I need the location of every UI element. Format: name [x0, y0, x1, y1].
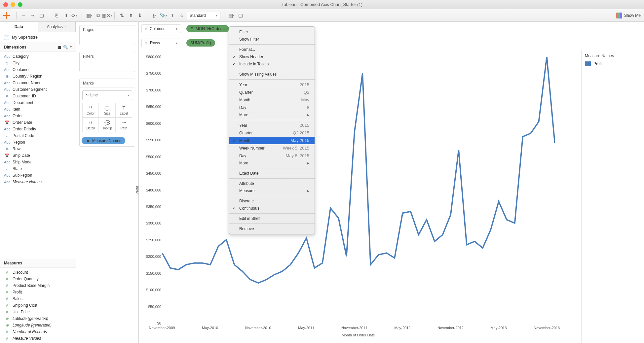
field-item[interactable]: #Customer_ID: [0, 93, 76, 99]
field-item[interactable]: AbcCustomer Name: [0, 80, 76, 86]
menu-item[interactable]: More▶: [229, 159, 315, 167]
zoom-window-button[interactable]: [18, 2, 22, 7]
view-icon[interactable]: ▦: [57, 45, 61, 50]
chart-viz[interactable]: Profit $0$50,000$100,000$150,000$200,000…: [139, 50, 581, 343]
menu-item[interactable]: Filter...: [229, 28, 315, 36]
datasource-row[interactable]: My Superstore: [0, 32, 76, 43]
close-window-button[interactable]: [3, 2, 8, 7]
rows-pill-profit[interactable]: SUM(Profit): [186, 39, 215, 47]
field-item[interactable]: AbcContainer: [0, 66, 76, 73]
field-item[interactable]: #Discount: [0, 269, 76, 276]
sort-asc-button[interactable]: ⬆: [127, 12, 134, 19]
mark-cell-size[interactable]: ◯Size: [99, 103, 115, 118]
menu-item[interactable]: Year2015: [229, 121, 315, 129]
field-item[interactable]: #Profit: [0, 289, 76, 295]
menu-item[interactable]: ✓MonthMay 2015: [229, 137, 315, 144]
columns-shelf-label[interactable]: ⦙⦙⦙ Columns ▾: [141, 24, 181, 33]
field-item[interactable]: AbcRegion: [0, 139, 76, 146]
field-item[interactable]: 📅Ship Date: [0, 152, 76, 159]
mark-cell-tooltip[interactable]: 💬Tooltip: [99, 118, 115, 132]
text-button[interactable]: T: [169, 12, 176, 19]
duplicate-button[interactable]: ⧉: [95, 12, 102, 19]
field-item[interactable]: #Unit Price: [0, 309, 76, 315]
field-item[interactable]: ⊕State: [0, 165, 76, 172]
field-item[interactable]: 📅Order Date: [0, 119, 76, 126]
menu-item[interactable]: Exact Date: [229, 170, 315, 177]
refresh-button[interactable]: ⟳▾: [71, 12, 78, 19]
menu-item[interactable]: QuarterQ2: [229, 88, 315, 96]
menu-item[interactable]: Attribute: [229, 180, 315, 187]
menu-item[interactable]: QuarterQ2 2015: [229, 129, 315, 137]
show-me-button[interactable]: Show Me: [616, 13, 641, 18]
menu-item[interactable]: Year2015: [229, 81, 315, 88]
columns-pill-month[interactable]: ⊞ MONTH(Order ..: [186, 25, 229, 32]
field-item[interactable]: AbcMeasure Names: [0, 179, 76, 185]
plot-area[interactable]: [162, 57, 555, 323]
sort-desc-button[interactable]: ⬇: [136, 12, 143, 19]
menu-item[interactable]: Discrete: [229, 197, 315, 205]
new-worksheet-button[interactable]: ▦▾: [86, 12, 93, 19]
filters-card[interactable]: Filters: [79, 52, 135, 72]
menu-item[interactable]: Day8: [229, 104, 315, 111]
field-item[interactable]: #Sales: [0, 295, 76, 302]
forward-button[interactable]: →: [29, 12, 36, 19]
field-item[interactable]: AbcCustomer Segment: [0, 86, 76, 93]
mark-cell-detail[interactable]: ⠿Detail: [82, 118, 99, 132]
legend-item-profit[interactable]: Profit: [585, 61, 641, 66]
field-item[interactable]: AbcOrder Priority: [0, 126, 76, 132]
field-item[interactable]: AbcDepartment: [0, 99, 76, 106]
field-item[interactable]: #Order Quantity: [0, 276, 76, 282]
minimize-window-button[interactable]: [11, 2, 15, 7]
menu-item[interactable]: Remove: [229, 225, 315, 232]
columns-shelf[interactable]: ⦙⦙⦙ Columns ▾ ⊞ MONTH(Order ..: [139, 22, 644, 36]
new-datasource-button[interactable]: ⎘: [53, 12, 60, 19]
field-item[interactable]: #Product Base Margin: [0, 282, 76, 289]
menu-item[interactable]: Format...: [229, 46, 315, 53]
field-item[interactable]: #Number of Records: [0, 328, 76, 335]
menu-item[interactable]: DayMay 8, 2015: [229, 152, 315, 159]
menu-item[interactable]: ✓Include in Tooltip: [229, 60, 315, 68]
field-item[interactable]: AbcSubRegion: [0, 172, 76, 179]
cards-button[interactable]: ▤▾: [228, 12, 235, 19]
menu-item[interactable]: Week NumberWeek 5, 2015: [229, 144, 315, 152]
pin-button[interactable]: ☆: [178, 12, 185, 19]
mark-cell-color[interactable]: ⠿Color: [82, 103, 99, 118]
fit-dropdown[interactable]: Standard▾: [187, 12, 220, 19]
field-item[interactable]: ⊕Country / Region: [0, 73, 76, 80]
field-item[interactable]: #Measure Values: [0, 335, 76, 342]
menu-item[interactable]: More▶: [229, 111, 315, 119]
field-item[interactable]: AbcCategory: [0, 53, 76, 60]
menu-item[interactable]: ✓Continuous: [229, 205, 315, 212]
field-item[interactable]: #Shipping Cost: [0, 302, 76, 309]
menu-item[interactable]: ✓Show Header: [229, 53, 315, 60]
group-button[interactable]: 📎▾: [160, 12, 167, 19]
marks-pill-measure-names[interactable]: ⠿ Measure Names: [82, 137, 125, 144]
menu-item[interactable]: Show Missing Values: [229, 71, 315, 78]
pages-card[interactable]: Pages: [79, 25, 135, 45]
highlight-button[interactable]: ℓ▾: [151, 12, 158, 19]
search-icon[interactable]: 🔍: [63, 45, 68, 50]
tab-data[interactable]: Data: [0, 22, 38, 32]
clear-button[interactable]: ▦✕▾: [103, 12, 111, 19]
mark-type-dropdown[interactable]: 〜 Line▾: [82, 90, 132, 100]
back-button[interactable]: ←: [20, 12, 27, 19]
pause-button[interactable]: ⏸: [62, 12, 69, 19]
field-item[interactable]: ⊕Postal Code: [0, 132, 76, 139]
mark-cell-path[interactable]: 〜Path: [116, 118, 132, 132]
mark-cell-label[interactable]: TLabel: [116, 103, 132, 118]
menu-item[interactable]: MonthMay: [229, 96, 315, 104]
field-item[interactable]: AbcItem: [0, 106, 76, 113]
menu-item[interactable]: Measure▶: [229, 187, 315, 194]
rows-shelf-label[interactable]: ≡ Rows ▾: [141, 39, 181, 47]
presentation-button[interactable]: ▢: [237, 12, 244, 19]
save-button[interactable]: ▢: [38, 12, 45, 19]
menu-item[interactable]: Edit in Shelf: [229, 215, 315, 222]
field-item[interactable]: #Row: [0, 146, 76, 152]
menu-item[interactable]: Show Filter: [229, 36, 315, 43]
swap-button[interactable]: ⇅: [118, 12, 126, 19]
field-item[interactable]: AbcShip Mode: [0, 159, 76, 165]
tab-analytics[interactable]: Analytics ◦: [38, 22, 76, 32]
field-item[interactable]: ⊕City: [0, 60, 76, 66]
field-item[interactable]: ⊕Longitude (generated): [0, 322, 76, 328]
field-item[interactable]: ⊕Latitude (generated): [0, 315, 76, 322]
